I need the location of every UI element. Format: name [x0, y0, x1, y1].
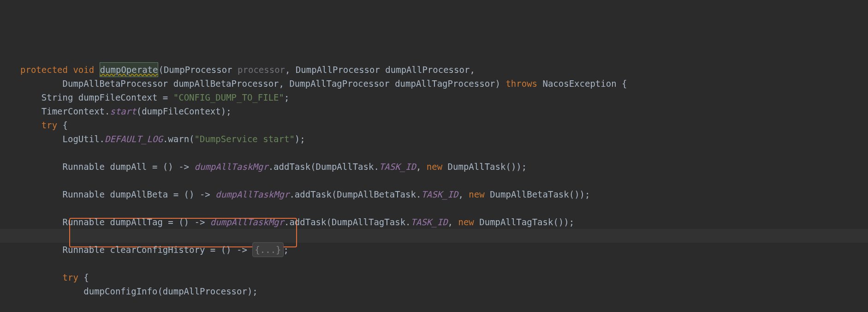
code-token: dumpOperate [100, 62, 159, 77]
code-token: TASK_ID [411, 215, 448, 229]
code-line[interactable] [20, 174, 868, 187]
code-line[interactable]: Runnable dumpAll = () -> dumpAllTaskMgr.… [20, 160, 868, 174]
code-token: new [469, 187, 484, 201]
code-token: { [78, 270, 89, 284]
code-token: ; [284, 243, 289, 257]
code-token: NacosException { [537, 77, 627, 90]
code-line[interactable]: Runnable clearConfigHistory = () -> {...… [20, 243, 868, 257]
code-token: .warn( [163, 132, 195, 146]
code-token: "CONFIG_DUMP_TO_FILE" [173, 90, 284, 104]
code-token: ; [284, 90, 289, 104]
code-token [68, 63, 73, 77]
code-line[interactable]: try { [20, 270, 868, 284]
code-line[interactable]: TimerContext.start(dumpFileContext); [20, 104, 868, 118]
code-token: processor [238, 63, 285, 77]
code-token: dumpAllTaskMgr [195, 160, 268, 174]
code-token: , [458, 187, 469, 201]
code-line[interactable]: DumpAllBetaProcessor dumpAllBetaProcesso… [20, 77, 868, 90]
code-token: DEFAULT_LOG [105, 132, 163, 146]
code-token: try [42, 118, 57, 132]
code-line[interactable]: try { [20, 118, 868, 132]
code-token: "DumpService start" [195, 132, 295, 146]
code-token: start [110, 104, 136, 118]
code-line[interactable]: Runnable dumpAllBeta = () -> dumpAllTask… [20, 187, 868, 201]
code-token: protected [20, 63, 68, 77]
code-token: , DumpAllProcessor dumpAllProcessor, [285, 63, 475, 77]
code-token: TimerContext. [42, 104, 110, 118]
code-editor[interactable]: protected void dumpOperate(DumpProcessor… [0, 0, 868, 312]
code-token: { [57, 118, 68, 132]
code-token: String dumpFileContext = [42, 90, 173, 104]
code-token: TASK_ID [379, 160, 416, 174]
code-token: dumpAllTaskMgr [210, 215, 284, 229]
code-token: throws [505, 77, 537, 90]
code-token: .addTask(DumpAllBetaTask. [289, 187, 421, 201]
code-token: dumpConfigInfo(dumpAllProcessor); [83, 284, 258, 298]
code-line[interactable]: LogUtil.DEFAULT_LOG.warn("DumpService st… [20, 132, 868, 146]
code-token: .addTask(DumpAllTagTask. [284, 215, 411, 229]
code-token: try [63, 270, 78, 284]
code-token: DumpAllTask()); [442, 160, 527, 174]
code-line[interactable]: String dumpFileContext = "CONFIG_DUMP_TO… [20, 90, 868, 104]
code-token: (DumpProcessor [158, 63, 238, 77]
code-token: new [427, 160, 442, 174]
code-token: TASK_ID [421, 187, 458, 201]
code-token: DumpAllTagTask()); [474, 215, 574, 229]
code-line[interactable] [20, 201, 868, 215]
code-line[interactable] [20, 257, 868, 270]
code-token: DumpAllBetaProcessor dumpAllBetaProcesso… [63, 77, 506, 90]
code-line[interactable]: protected void dumpOperate(DumpProcessor… [20, 63, 868, 77]
code-line[interactable] [20, 298, 868, 312]
code-line[interactable]: Runnable dumpAllTag = () -> dumpAllTaskM… [20, 215, 868, 229]
code-token: Runnable clearConfigHistory = () -> [63, 243, 253, 257]
code-token: dumpAllTaskMgr [215, 187, 289, 201]
code-token: {...} [252, 242, 283, 257]
code-token: void [73, 63, 94, 77]
code-token: LogUtil. [63, 132, 105, 146]
code-token: new [458, 215, 474, 229]
code-token: , [448, 215, 458, 229]
code-line[interactable]: dumpConfigInfo(dumpAllProcessor); [20, 284, 868, 298]
code-token: ); [295, 132, 305, 146]
code-token: (dumpFileContext); [137, 104, 232, 118]
code-line[interactable] [20, 229, 868, 243]
code-token: Runnable dumpAllBeta = () -> [63, 187, 216, 201]
code-token: Runnable dumpAll = () -> [63, 160, 195, 174]
code-token: Runnable dumpAllTag = () -> [63, 215, 210, 229]
code-line[interactable] [20, 146, 868, 160]
code-token: .addTask(DumpAllTask. [268, 160, 379, 174]
code-token: DumpAllBetaTask()); [485, 187, 590, 201]
code-token: , [416, 160, 427, 174]
code-token [94, 63, 99, 77]
